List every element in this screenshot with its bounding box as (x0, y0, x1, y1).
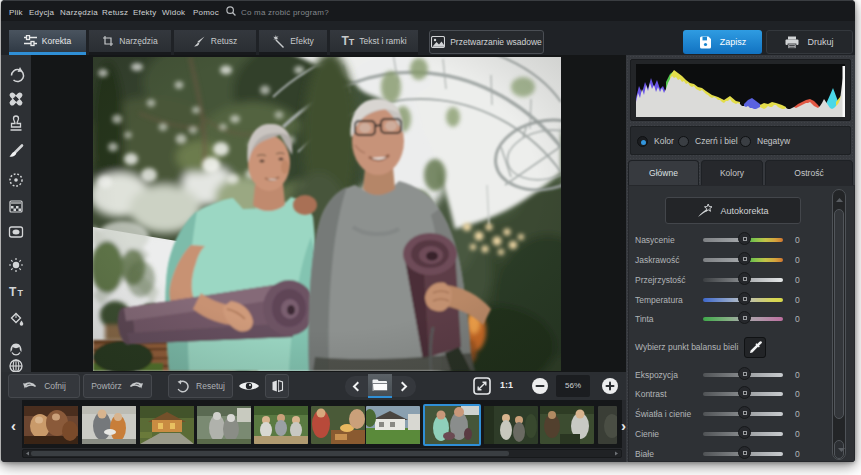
svg-text:T: T (9, 285, 17, 299)
svg-text:T: T (18, 288, 24, 298)
